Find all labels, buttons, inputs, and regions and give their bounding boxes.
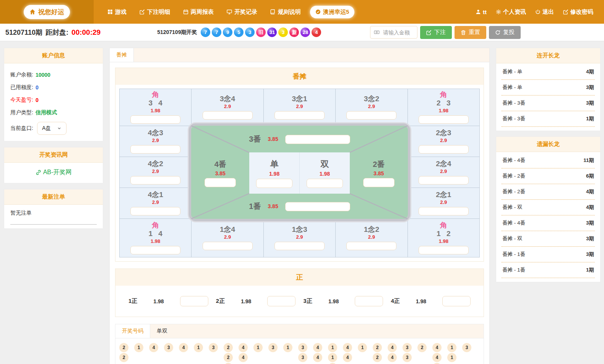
rebet-button[interactable]: 复投 [489, 26, 521, 39]
nav-item-username[interactable]: tt [476, 7, 487, 17]
bet-input-corner-23[interactable] [419, 115, 469, 124]
history-column: 4 [149, 343, 158, 352]
bet-cell-fan4[interactable]: 4番 3.85 [191, 152, 249, 194]
bet-input-3n2[interactable] [346, 111, 396, 120]
bet-input-3n1[interactable] [274, 111, 325, 120]
bet-cell-fan3[interactable]: 3番 3.85 [222, 126, 378, 152]
dragon-row-name: 番摊 - 3番 [502, 115, 525, 122]
bet-cell-even[interactable]: 双 1.98 [299, 152, 350, 194]
bet-cell-3n1[interactable]: 3念12.9 [264, 89, 335, 126]
bet-cell-corner-12[interactable]: 角1 21.98 [408, 219, 479, 257]
bet-cell-2n3[interactable]: 2念32.9 [408, 126, 479, 157]
bet-input-fan3[interactable] [285, 135, 350, 144]
bet-cell-2n1[interactable]: 2念12.9 [408, 188, 479, 218]
history-column: 1 [194, 343, 203, 352]
bet-input-even[interactable] [307, 179, 343, 188]
history-column: 3 [268, 343, 278, 352]
dragon-row: 番摊 - 2番4期 [502, 184, 595, 200]
bet-input-4n1[interactable] [130, 207, 180, 215]
bet-input-odd[interactable] [256, 179, 292, 188]
nav-item-logout[interactable]: 退出 [535, 7, 554, 17]
history-ball: 4 [432, 343, 442, 352]
zheng-odds: 1.98 [416, 298, 426, 304]
bet-input-4n2[interactable] [130, 176, 180, 184]
fantan-panel: 番摊 3番 3.85 [115, 68, 484, 262]
dragon-row: 番摊 - 1番3期 [502, 247, 595, 262]
reset-button[interactable]: 重置 [455, 26, 486, 39]
bet-input-zheng3[interactable] [355, 296, 383, 306]
nav-item-australia-lucky5[interactable]: 澳洲幸运5 [310, 6, 354, 18]
draw-site-link[interactable]: AB-开奖网 [4, 163, 103, 183]
history-tab-draw-numbers[interactable]: 开奖号码 [115, 324, 150, 338]
bet-input-zheng4[interactable] [442, 296, 471, 306]
bet-cell-odds: 2.9 [296, 104, 303, 109]
bet-cell-fan1[interactable]: 1番 3.85 [222, 194, 378, 219]
bet-input-corner-34[interactable] [130, 115, 180, 124]
tab-fantan[interactable]: 番摊 [110, 48, 134, 62]
history-ball: 2 [119, 353, 128, 362]
bet-cell-odds: 2.9 [296, 234, 303, 240]
bet-cell-corner-14[interactable]: 角1 41.98 [120, 219, 191, 257]
history-ball: 3 [209, 343, 218, 352]
bet-input-fan2[interactable] [363, 178, 395, 187]
bet-input-zheng1[interactable] [180, 296, 208, 306]
bet-cell-1n2[interactable]: 1念22.9 [336, 219, 407, 257]
draw-ball: 28 [300, 28, 310, 37]
bet-cell-4n3[interactable]: 4念32.9 [120, 126, 191, 157]
bet-input-zheng2[interactable] [267, 296, 296, 306]
bet-input-2n3[interactable] [419, 145, 469, 154]
dragon-row-name: 番摊 - 3番 [502, 100, 525, 107]
fantan-grid: 3番 3.85 4番 3.85 2番 3.85 [119, 89, 480, 257]
history-column: 111 [328, 343, 337, 364]
bet-input-2n4[interactable] [419, 176, 469, 184]
history-column: 33 [298, 343, 307, 362]
bet-input-corner-12[interactable] [419, 246, 469, 254]
nav-item-profile[interactable]: 个人资讯 [496, 7, 526, 17]
bet-cell-odd[interactable]: 单 1.98 [249, 152, 299, 194]
nav-item-biweekly-report[interactable]: 两周报表 [179, 5, 218, 19]
bet-cell-odds: 2.9 [440, 199, 447, 205]
plate-select[interactable]: A盘 [37, 122, 67, 135]
bet-cell-1n4[interactable]: 1念42.9 [192, 219, 263, 257]
bet-cell-odds: 1.98 [439, 108, 448, 113]
bet-button[interactable]: 下注 [420, 26, 452, 39]
bet-cell-1n3[interactable]: 1念32.9 [264, 219, 335, 257]
history-ball: 3 [403, 353, 412, 362]
nav-item-label: 两周报表 [191, 8, 214, 16]
bet-cell-4n2[interactable]: 4念22.9 [120, 157, 191, 188]
nav-item-bet-details[interactable]: 下注明细 [136, 5, 174, 19]
bet-input-fan4[interactable] [205, 178, 236, 187]
dragon-row-count: 6期 [586, 173, 594, 180]
dragon-row: 番摊 - 4番3期 [502, 215, 595, 231]
amount-input[interactable] [382, 29, 414, 36]
bet-cell-corner-34[interactable]: 角3 41.98 [120, 89, 191, 126]
home-link[interactable]: 祝您好运 [24, 5, 70, 19]
history-tab-odd-even[interactable]: 单双 [150, 324, 174, 338]
bet-cell-label: 2番 [373, 159, 385, 170]
nav-item-games[interactable]: 游戏 [104, 5, 130, 19]
bet-input-3n4[interactable] [203, 111, 253, 120]
bet-cell-4n1[interactable]: 4念12.9 [120, 188, 191, 218]
zheng-label: 4正 [391, 298, 399, 305]
fantan-board: 3番 3.85 4番 3.85 2番 3.85 [189, 123, 410, 221]
bet-cell-2n4[interactable]: 2念42.9 [408, 157, 479, 188]
zheng-label: 1正 [128, 298, 137, 305]
bet-input-corner-14[interactable] [130, 246, 180, 254]
bet-input-fan1[interactable] [285, 202, 350, 211]
zheng-odds: 1.98 [153, 298, 164, 304]
bet-cell-fan2[interactable]: 2番 3.85 [350, 152, 408, 194]
bet-input-1n2[interactable] [346, 242, 396, 250]
nav-item-rules[interactable]: 规则说明 [266, 5, 305, 19]
nav-item-change-password[interactable]: 修改密码 [563, 7, 593, 17]
history-column: 222 [224, 343, 233, 364]
bet-cell-corner-23[interactable]: 角2 31.98 [408, 89, 479, 126]
bet-input-1n3[interactable] [274, 242, 325, 250]
bet-input-2n1[interactable] [419, 207, 469, 215]
bet-cell-label: 4番 [214, 159, 226, 170]
bet-cell-3n2[interactable]: 3念22.9 [336, 89, 407, 126]
left-sidebar: 账户信息 账户余额:10000已用额度:0今天盈亏:0用户类型:信用模式 当前盘… [4, 48, 103, 229]
bet-cell-3n4[interactable]: 3念42.9 [192, 89, 263, 126]
bet-input-4n3[interactable] [130, 145, 180, 154]
nav-item-draw-records[interactable]: 开奖记录 [223, 5, 261, 19]
bet-input-1n4[interactable] [203, 242, 253, 250]
